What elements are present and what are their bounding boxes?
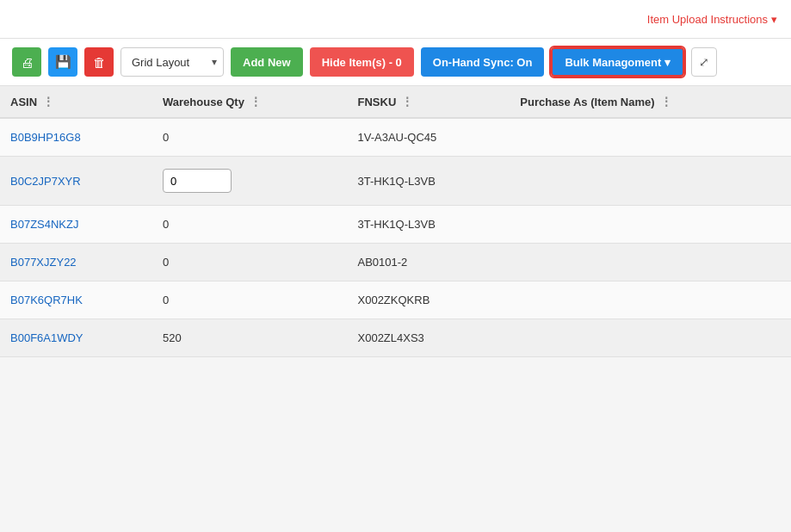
cell-fnsku: 3T-HK1Q-L3VB — [348, 206, 510, 244]
qty-input[interactable] — [163, 169, 232, 193]
cell-warehouse-qty: 0 — [152, 118, 347, 157]
col-header-asin: ASIN ⋮ — [0, 86, 152, 118]
delete-button[interactable]: 🗑 — [84, 47, 114, 77]
cell-purchase-as — [510, 118, 791, 157]
asin-link[interactable]: B00F6A1WDY — [10, 331, 83, 344]
table-header-row: ASIN ⋮ Warehouse Qty ⋮ FNSKU ⋮ — [0, 86, 791, 118]
cell-warehouse-qty: 0 — [152, 281, 347, 319]
cell-purchase-as — [510, 157, 791, 206]
qty-value: 0 — [163, 218, 169, 231]
col-header-purchase-as: Purchase As (Item Name) ⋮ — [510, 86, 791, 118]
asin-link[interactable]: B077XJZY22 — [10, 256, 77, 269]
table-row: B077XJZY220AB0101-2 — [0, 244, 791, 281]
cell-fnsku: X002ZL4XS3 — [348, 319, 510, 357]
asin-link[interactable]: B0B9HP16G8 — [10, 131, 81, 144]
asin-link[interactable]: B0C2JP7XYR — [10, 175, 81, 188]
qty-value: 0 — [163, 131, 169, 144]
bulk-management-label: Bulk Managoment — [565, 56, 661, 69]
table-row: B07K6QR7HK0X002ZKQKRB — [0, 281, 791, 319]
asin-link[interactable]: B07ZS4NKZJ — [10, 218, 78, 231]
col-header-warehouse-qty: Warehouse Qty ⋮ — [152, 86, 347, 118]
cell-asin: B07K6QR7HK — [0, 281, 152, 319]
asin-link[interactable]: B07K6QR7HK — [10, 294, 83, 306]
table-row: B07ZS4NKZJ03T-HK1Q-L3VB — [0, 206, 791, 244]
data-table: ASIN ⋮ Warehouse Qty ⋮ FNSKU ⋮ — [0, 86, 791, 357]
col-asin-label: ASIN — [10, 96, 37, 108]
qty-value: 520 — [163, 331, 182, 344]
cell-fnsku: 1V-A3AU-QC45 — [348, 118, 510, 157]
layout-select[interactable]: Grid Layout List Layout — [121, 47, 224, 77]
col-header-fnsku: FNSKU ⋮ — [348, 86, 510, 118]
col-purchase-as-label: Purchase As (Item Name) — [520, 96, 654, 108]
cell-asin: B077XJZY22 — [0, 244, 152, 281]
qty-value: 0 — [163, 256, 169, 269]
cell-warehouse-qty: 0 — [152, 206, 347, 244]
cell-warehouse-qty — [152, 157, 347, 206]
table-row: B0C2JP7XYR3T-HK1Q-L3VB — [0, 157, 791, 206]
instructions-link[interactable]: Item Upload Instructions ▾ — [647, 13, 777, 26]
hide-items-button[interactable]: Hide Item(s) - 0 — [310, 47, 414, 77]
cell-warehouse-qty: 520 — [152, 319, 347, 357]
cell-purchase-as — [510, 244, 791, 281]
col-purchase-as-menu-icon[interactable]: ⋮ — [660, 95, 672, 108]
expand-icon: ⤢ — [699, 55, 709, 69]
cell-fnsku: 3T-HK1Q-L3VB — [348, 157, 510, 206]
sync-button[interactable]: On-Hand Sync: On — [421, 47, 545, 77]
add-new-label: Add New — [243, 56, 291, 69]
cell-purchase-as — [510, 281, 791, 319]
save-icon: 💾 — [55, 54, 71, 70]
instructions-chevron: ▾ — [771, 13, 777, 26]
hide-items-label: Hide Item(s) - 0 — [322, 56, 402, 69]
top-bar: Item Upload Instructions ▾ — [0, 0, 791, 39]
table-row: B0B9HP16G801V-A3AU-QC45 — [0, 118, 791, 157]
sync-label: On-Hand Sync: On — [433, 56, 533, 69]
col-warehouse-qty-label: Warehouse Qty — [163, 96, 244, 108]
table-body: B0B9HP16G801V-A3AU-QC45B0C2JP7XYR3T-HK1Q… — [0, 118, 791, 357]
cell-purchase-as — [510, 206, 791, 244]
cell-asin: B00F6A1WDY — [0, 319, 152, 357]
bulk-management-button[interactable]: Bulk Managoment ▾ — [551, 47, 684, 77]
table-row: B00F6A1WDY520X002ZL4XS3 — [0, 319, 791, 357]
cell-asin: B07ZS4NKZJ — [0, 206, 152, 244]
toolbar: 🖨 💾 🗑 Grid Layout List Layout ▾ Add New … — [0, 39, 791, 86]
instructions-label: Item Upload Instructions — [647, 13, 768, 26]
cell-warehouse-qty: 0 — [152, 244, 347, 281]
save-button[interactable]: 💾 — [48, 47, 77, 77]
delete-icon: 🗑 — [93, 55, 106, 70]
print-icon: 🖨 — [21, 55, 34, 70]
data-table-container: ASIN ⋮ Warehouse Qty ⋮ FNSKU ⋮ — [0, 86, 791, 357]
add-new-button[interactable]: Add New — [231, 47, 303, 77]
cell-asin: B0C2JP7XYR — [0, 157, 152, 206]
cell-fnsku: X002ZKQKRB — [348, 281, 510, 319]
expand-button[interactable]: ⤢ — [691, 47, 717, 77]
cell-purchase-as — [510, 319, 791, 357]
qty-value: 0 — [163, 294, 169, 306]
bulk-chevron-icon: ▾ — [664, 56, 670, 69]
col-fnsku-menu-icon[interactable]: ⋮ — [401, 95, 413, 108]
col-fnsku-label: FNSKU — [358, 96, 397, 108]
print-button[interactable]: 🖨 — [12, 47, 41, 77]
col-warehouse-qty-menu-icon[interactable]: ⋮ — [250, 95, 262, 108]
layout-select-wrapper: Grid Layout List Layout ▾ — [121, 47, 224, 77]
cell-asin: B0B9HP16G8 — [0, 118, 152, 157]
col-asin-menu-icon[interactable]: ⋮ — [42, 95, 54, 108]
cell-fnsku: AB0101-2 — [348, 244, 510, 281]
